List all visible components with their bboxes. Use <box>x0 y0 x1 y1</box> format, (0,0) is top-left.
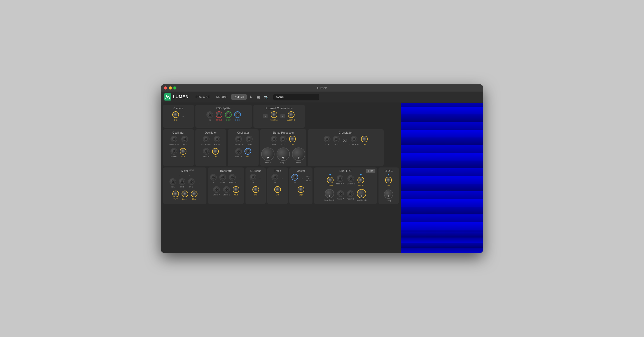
lfo-c-freq-knob[interactable] <box>384 190 393 199</box>
mixer-in-a-jack[interactable] <box>169 178 176 185</box>
osc1-bottom-row: Mod In Out <box>171 148 186 158</box>
dual-lfo-mod-amt-b-label: Mod Amt B <box>356 199 366 201</box>
mixer-max-jack[interactable] <box>191 191 197 197</box>
osc1-out-jack[interactable] <box>180 148 186 155</box>
camera-button[interactable]: 📷 <box>262 94 270 100</box>
transform-scale-jack[interactable] <box>219 174 226 181</box>
rgb-r-out-group: R Out <box>216 111 222 121</box>
knobs-button[interactable]: KNOBS <box>213 94 230 100</box>
display-button[interactable]: ▣ <box>255 94 261 100</box>
dual-lfo-mod-amt-a-knob[interactable] <box>325 189 334 198</box>
dual-lfo-top-row: Out A Mod In A Mod In B <box>327 174 364 186</box>
transform-rotation-label: Rotation <box>229 181 236 184</box>
osc1-out-label: Out <box>182 155 185 158</box>
master-copy-jack[interactable] <box>298 186 304 193</box>
master-in-jack[interactable] <box>291 174 298 181</box>
dual-lfo-reset-a-jack[interactable] <box>337 190 344 197</box>
xf-in-a-jack[interactable] <box>324 136 330 142</box>
transform-offset-y-jack[interactable] <box>223 186 230 193</box>
osc1-mod-in-jack[interactable] <box>171 148 177 155</box>
patch-button[interactable]: PATCH <box>231 94 247 100</box>
patch-name-field[interactable] <box>273 94 319 100</box>
dual-lfo-out-b-jack[interactable] <box>357 177 364 183</box>
rgb-r-out-jack[interactable] <box>216 111 222 118</box>
osc3-mod-in-jack[interactable] <box>235 148 242 155</box>
osc2-fm-in-jack[interactable] <box>214 136 220 142</box>
browse-button[interactable]: BROWSE <box>193 94 212 100</box>
osc2-out-jack[interactable] <box>212 148 219 155</box>
transform-out-group: Out <box>233 186 239 196</box>
dual-lfo-mod-amt-b-knob[interactable] <box>357 189 366 198</box>
osc3-fm-in-jack[interactable] <box>246 136 253 142</box>
transform-offset-x-jack[interactable] <box>213 186 220 193</box>
mixer-in-c-jack[interactable] <box>188 178 195 185</box>
signal-processor-module: Signal Processor In A In B <box>260 129 306 166</box>
sig-amp-b-knob[interactable] <box>277 147 290 161</box>
osc2-title: Oscillator <box>205 131 217 134</box>
mixer-out-row: YUV Layer Max <box>172 191 197 200</box>
close-button[interactable] <box>164 86 167 90</box>
rgb-g-out-jack[interactable] <box>225 111 232 118</box>
transform-rotation-jack[interactable] <box>229 174 236 181</box>
ext-dropdown-b-btn[interactable]: ▾ <box>280 114 285 118</box>
mixer-layer-jack[interactable] <box>182 191 188 197</box>
sig-out-jack[interactable] <box>289 136 296 142</box>
minimize-button[interactable] <box>169 86 172 90</box>
xf-out-group: Out <box>361 136 368 145</box>
lfo-c-out-jack[interactable] <box>385 177 392 183</box>
mixer-yuv-jack[interactable] <box>172 191 179 197</box>
osc3-title: Oscillator <box>237 131 249 134</box>
xf-control-in-jack[interactable] <box>351 136 357 142</box>
sig-in-a-jack[interactable] <box>271 136 277 142</box>
kscope-in-jack[interactable] <box>250 174 256 181</box>
maximize-button[interactable] <box>173 86 176 90</box>
osc1-camera-in-jack[interactable] <box>171 136 177 142</box>
sig-mode-knob[interactable] <box>292 147 305 161</box>
xf-out-jack[interactable] <box>361 136 368 142</box>
transform-in-jack[interactable] <box>210 174 217 181</box>
trails-out-label: Out <box>276 194 279 196</box>
ext-aux-a-label: Aux In A <box>270 119 278 121</box>
dual-lfo-out-a-jack[interactable] <box>327 177 334 183</box>
dual-lfo-reset-a-label: Reset A <box>337 198 344 200</box>
kscope-out-jack[interactable] <box>252 186 259 193</box>
camera-out-jack[interactable] <box>172 111 179 118</box>
ext-aux-b-jack[interactable] <box>288 111 295 118</box>
dual-lfo-reset-b-jack[interactable] <box>347 190 354 197</box>
rgb-b-out-jack[interactable] <box>234 111 241 118</box>
dual-lfo-reset-b-group: Reset B <box>347 190 354 200</box>
xf-in-b-group: In B <box>333 136 340 145</box>
rgb-in-jack[interactable] <box>206 111 213 118</box>
dual-lfo-mod-in-b-jack[interactable] <box>347 175 354 182</box>
external-connections-module: External Connections ▾ Aux In A ▾ <box>253 105 305 128</box>
osc1-fm-in-label: FM In <box>182 143 187 145</box>
sig-in-b-jack[interactable] <box>280 136 287 142</box>
ext-dropdown-a-btn[interactable]: ▾ <box>263 114 268 118</box>
transform-in-row: In Scale Rotation → <box>210 174 242 184</box>
osc2-mod-in-jack[interactable] <box>203 148 210 155</box>
download-button[interactable]: ⬇ <box>248 94 254 100</box>
osc1-title: Oscillator <box>173 131 185 134</box>
ext-module-title: External Connections <box>266 107 292 110</box>
sig-amp-a-label: Amp A <box>265 162 271 164</box>
kscope-content: In → Out <box>248 174 264 196</box>
osc3-out-jack[interactable] <box>244 148 251 155</box>
sig-amp-a-knob[interactable] <box>261 147 274 161</box>
dual-lfo-free-btn[interactable]: Free <box>366 169 375 173</box>
osc3-camera-in-jack[interactable] <box>235 136 242 142</box>
mixer-content: ↓ ↓ ↓ In A In B <box>165 174 204 200</box>
transform-out-jack[interactable] <box>233 186 239 193</box>
xf-control-in-group: Control In <box>349 136 358 145</box>
mixer-in-b-jack[interactable] <box>179 178 185 185</box>
osc2-camera-in-jack[interactable] <box>203 136 210 142</box>
osc1-camera-in-label: Camera In <box>169 143 178 145</box>
xf-in-b-jack[interactable] <box>333 136 340 142</box>
dual-lfo-module: Dual LFO Free Out A Mod In A <box>314 167 377 204</box>
xf-control-in-label: Control In <box>349 143 358 145</box>
transform-rotation-group: Rotation <box>229 174 236 184</box>
ext-aux-a-jack[interactable] <box>271 111 277 118</box>
dual-lfo-mod-in-a-jack[interactable] <box>337 175 343 182</box>
trails-out-jack[interactable] <box>274 186 281 193</box>
osc1-fm-in-jack[interactable] <box>181 136 188 142</box>
trails-in-jack[interactable] <box>271 174 278 181</box>
